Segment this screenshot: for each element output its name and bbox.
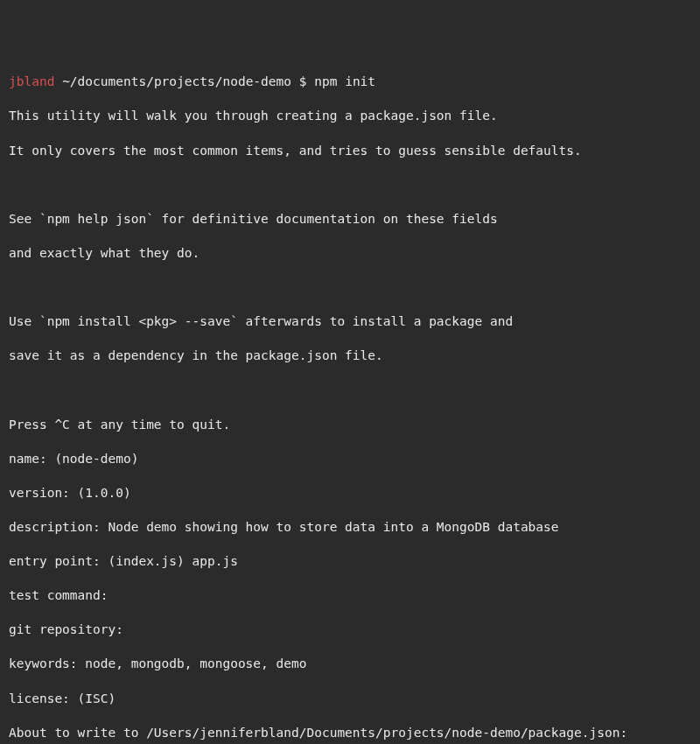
field-description: description: Node demo showing how to st…: [9, 519, 691, 537]
intro-line: and exactly what they do.: [9, 245, 691, 263]
blank-line: [9, 177, 691, 194]
field-name: name: (node-demo): [9, 451, 691, 468]
prompt-symbol: $: [299, 74, 307, 88]
intro-line: This utility will walk you through creat…: [9, 108, 691, 125]
prompt-path: ~/documents/projects/node-demo: [62, 74, 291, 88]
intro-line: See `npm help json` for definitive docum…: [9, 211, 691, 228]
blank-line: [9, 382, 691, 399]
field-entry-point: entry point: (index.js) app.js: [9, 553, 691, 571]
prompt-user: jbland: [9, 74, 54, 88]
blank-line: [9, 279, 691, 297]
intro-line: Use `npm install <pkg> --save` afterward…: [9, 313, 691, 331]
intro-line: It only covers the most common items, an…: [9, 143, 691, 160]
field-test-command: test command:: [9, 587, 691, 605]
field-git-repository: git repository:: [9, 621, 691, 639]
intro-line: save it as a dependency in the package.j…: [9, 347, 691, 365]
intro-line: Press ^C at any time to quit.: [9, 417, 691, 434]
prompt-command: npm init: [314, 74, 375, 88]
field-version: version: (1.0.0): [9, 485, 691, 502]
field-keywords: keywords: node, mongodb, mongoose, demo: [9, 656, 691, 673]
field-license: license: (ISC): [9, 691, 691, 708]
prompt-line[interactable]: jbland ~/documents/projects/node-demo $ …: [9, 74, 691, 91]
about-to-write: About to write to /Users/jenniferbland/D…: [9, 725, 691, 742]
